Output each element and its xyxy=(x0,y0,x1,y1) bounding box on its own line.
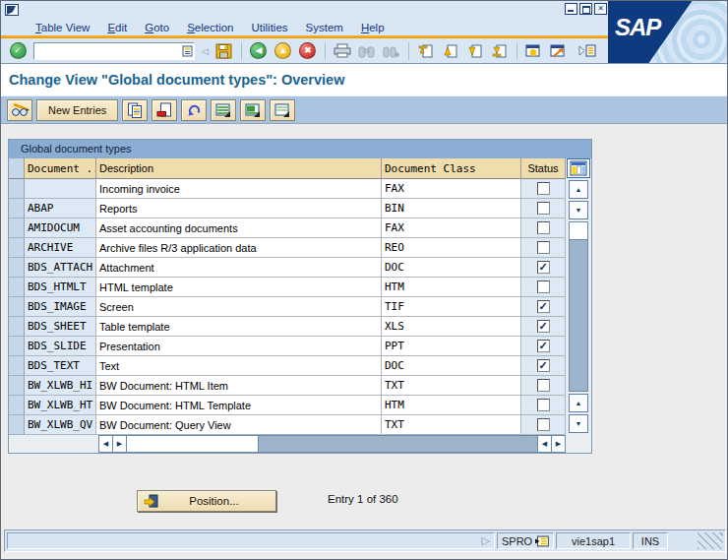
doc-class-cell[interactable]: PPT xyxy=(382,337,521,356)
status-checkbox[interactable]: ✓ xyxy=(537,320,550,333)
scroll-right-button[interactable]: ▶ xyxy=(113,436,127,452)
menu-item-help[interactable]: Help xyxy=(352,22,394,33)
save-button[interactable] xyxy=(213,40,235,62)
doc-type-cell[interactable]: BDS_IMAGE xyxy=(25,297,96,317)
status-checkbox[interactable]: ✓ xyxy=(537,261,550,274)
description-cell[interactable]: Text xyxy=(96,356,382,376)
vertical-scroll-track[interactable] xyxy=(569,221,588,392)
table-settings-button[interactable] xyxy=(567,158,590,178)
doc-class-cell[interactable]: DOC xyxy=(382,356,521,376)
window-menu-icon[interactable] xyxy=(5,4,19,16)
collapse-toolbar-icon[interactable]: ◁ xyxy=(200,46,211,56)
status-checkbox[interactable] xyxy=(537,418,550,431)
delete-entry-button[interactable] xyxy=(152,99,177,121)
description-cell[interactable]: Reports xyxy=(96,199,382,218)
new-session-button[interactable] xyxy=(523,40,545,62)
doc-type-cell[interactable]: BW_XLWB_QV xyxy=(25,415,96,435)
doc-type-cell[interactable]: BW_XLWB_HI xyxy=(25,376,96,396)
column-header-description[interactable]: Description xyxy=(96,158,382,179)
scroll-down-button-bottom[interactable]: ▼ xyxy=(569,414,588,433)
maximize-button[interactable] xyxy=(579,3,592,15)
row-selector[interactable] xyxy=(9,179,25,199)
column-header-document-class[interactable]: Document Class xyxy=(382,158,521,179)
scroll-left-button[interactable]: ◀ xyxy=(99,436,113,452)
doc-type-cell[interactable]: AMIDOCUM xyxy=(25,218,96,238)
doc-type-cell[interactable]: ARCHIVE xyxy=(25,238,96,258)
doc-class-cell[interactable]: XLS xyxy=(382,317,521,337)
doc-type-cell[interactable]: BDS_SHEET xyxy=(25,317,96,337)
select-block-button[interactable] xyxy=(240,99,266,121)
menu-item-table-view[interactable]: Table View xyxy=(27,22,98,33)
description-cell[interactable]: BW Document: HTML Template xyxy=(96,396,382,415)
column-header-document-type[interactable]: Document ... xyxy=(25,158,96,179)
description-cell[interactable]: Attachment xyxy=(96,258,382,278)
row-selector[interactable] xyxy=(9,376,25,396)
scroll-up-button-bottom[interactable]: ▲ xyxy=(569,394,588,412)
print-button[interactable] xyxy=(332,40,353,62)
description-cell[interactable]: BW Document: HTML Item xyxy=(96,376,382,396)
status-checkbox[interactable] xyxy=(537,241,550,254)
exit-button[interactable]: ▲ xyxy=(273,40,294,62)
minimize-button[interactable] xyxy=(565,3,577,15)
status-insert-mode-cell[interactable]: INS xyxy=(633,532,668,549)
description-cell[interactable]: Incoming invoice xyxy=(96,179,382,199)
status-checkbox[interactable]: ✓ xyxy=(537,300,550,313)
horizontal-scroll-thumb[interactable] xyxy=(127,436,259,452)
description-cell[interactable]: Screen xyxy=(96,297,382,317)
command-field[interactable] xyxy=(34,44,182,58)
description-cell[interactable]: Table template xyxy=(96,317,382,337)
row-selector[interactable] xyxy=(9,356,25,376)
scroll-right-button-right[interactable]: ▶ xyxy=(551,436,565,452)
row-selector[interactable] xyxy=(9,218,25,238)
create-shortcut-button[interactable] xyxy=(548,40,570,62)
row-selector[interactable] xyxy=(9,238,25,258)
menu-item-goto[interactable]: Goto xyxy=(136,22,178,33)
doc-type-cell[interactable]: BW_XLWB_HT xyxy=(25,396,96,415)
doc-class-cell[interactable]: REO xyxy=(382,238,521,258)
row-selector[interactable] xyxy=(9,278,25,297)
cancel-button[interactable]: ✖ xyxy=(297,40,319,62)
resize-grip[interactable] xyxy=(698,532,723,549)
scroll-up-button[interactable]: ▲ xyxy=(569,180,588,199)
status-checkbox[interactable] xyxy=(537,379,550,392)
row-selector[interactable] xyxy=(9,317,25,337)
row-selector[interactable] xyxy=(9,337,25,356)
doc-class-cell[interactable]: FAX xyxy=(382,218,521,238)
row-selector[interactable] xyxy=(9,297,25,317)
menu-item-system[interactable]: System xyxy=(297,22,352,33)
doc-class-cell[interactable]: BIN xyxy=(382,199,521,218)
row-selector[interactable] xyxy=(9,199,25,218)
close-button[interactable]: ✕ xyxy=(594,3,607,15)
first-page-button[interactable] xyxy=(415,40,437,62)
scroll-left-button-right[interactable]: ◀ xyxy=(537,436,551,452)
doc-class-cell[interactable]: HTM xyxy=(382,278,521,297)
page-down-button[interactable] xyxy=(464,40,486,62)
deselect-all-button[interactable] xyxy=(270,99,295,121)
description-cell[interactable]: BW Document: Query View xyxy=(96,415,382,435)
position-button[interactable]: Position... xyxy=(137,490,276,512)
menu-item-utilities[interactable]: Utilities xyxy=(243,22,297,33)
description-cell[interactable]: HTML template xyxy=(96,278,382,297)
back-button[interactable]: ◀ xyxy=(248,40,270,62)
status-checkbox[interactable]: ✓ xyxy=(537,340,550,352)
doc-class-cell[interactable]: TXT xyxy=(382,415,521,435)
copy-entries-button[interactable] xyxy=(122,99,148,121)
menu-item-selection[interactable]: Selection xyxy=(178,22,242,33)
description-cell[interactable]: Archive files R/3 application data xyxy=(96,238,382,258)
status-system-cell[interactable]: SPRO xyxy=(497,532,554,549)
status-checkbox[interactable]: ✓ xyxy=(537,359,550,372)
scroll-down-button[interactable]: ▼ xyxy=(569,201,588,219)
status-checkbox[interactable] xyxy=(537,221,550,234)
last-page-button[interactable] xyxy=(489,40,511,62)
doc-type-cell[interactable]: BDS_HTMLT xyxy=(25,278,96,297)
vertical-scroll-thumb[interactable] xyxy=(570,222,587,240)
find-button[interactable] xyxy=(356,40,378,62)
horizontal-scroll-track[interactable] xyxy=(259,436,537,452)
description-cell[interactable]: Presentation xyxy=(96,337,382,356)
status-checkbox[interactable] xyxy=(537,399,550,411)
undo-button[interactable] xyxy=(181,99,207,121)
new-entries-button[interactable]: New Entries xyxy=(36,99,118,121)
gui-options-icon[interactable] xyxy=(576,40,598,62)
doc-class-cell[interactable]: FAX xyxy=(382,179,521,199)
toggle-display-change-button[interactable] xyxy=(7,99,32,121)
